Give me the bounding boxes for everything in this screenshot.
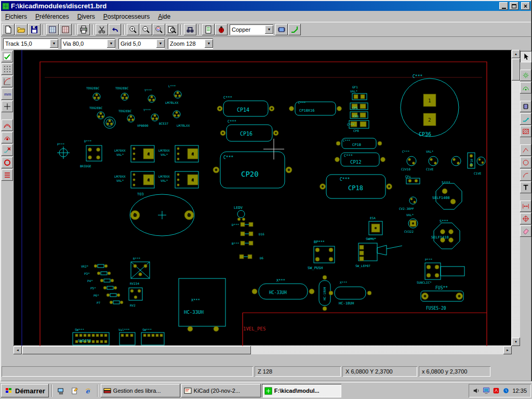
add-track-button[interactable] bbox=[520, 113, 531, 125]
library-button[interactable] bbox=[59, 24, 72, 35]
module-mode-button[interactable] bbox=[275, 24, 288, 35]
delete-item-button[interactable] bbox=[520, 225, 531, 237]
print-button[interactable] bbox=[77, 24, 90, 35]
polar-coords-button[interactable] bbox=[2, 76, 13, 87]
pcb-label: 4 bbox=[191, 152, 194, 157]
taskbar-task-pcbnew[interactable]: F:\kicad\modul... bbox=[262, 384, 341, 397]
grid-size-select[interactable]: Grid 5,0 ▼ bbox=[118, 38, 165, 49]
menu-aide[interactable]: Aide bbox=[154, 11, 175, 22]
zoom-out-button[interactable] bbox=[140, 24, 152, 35]
track-mode-button[interactable] bbox=[288, 24, 301, 35]
open-board-button[interactable] bbox=[15, 24, 28, 35]
taskbar-clock: 12:35 bbox=[512, 388, 527, 394]
redraw-button[interactable] bbox=[153, 24, 165, 35]
display-settings-icon[interactable] bbox=[483, 387, 490, 394]
add-zone-button[interactable] bbox=[520, 126, 531, 137]
menu-fichiers[interactable]: Fichiers bbox=[1, 11, 31, 22]
component-small-resistors[interactable] bbox=[94, 264, 123, 304]
scroll-left-arrow[interactable]: ◄ bbox=[14, 346, 22, 354]
board-outline[interactable] bbox=[40, 62, 487, 346]
start-button[interactable]: Démarrer bbox=[1, 384, 49, 397]
component-sw-push[interactable] bbox=[314, 246, 335, 263]
new-board-button[interactable] bbox=[2, 24, 15, 35]
vertical-scroll-thumb[interactable] bbox=[512, 59, 520, 81]
highlight-net-button[interactable] bbox=[520, 70, 531, 81]
close-button[interactable]: × bbox=[521, 2, 530, 10]
scroll-up-arrow[interactable]: ▲ bbox=[512, 50, 520, 58]
track-display-button[interactable] bbox=[2, 169, 13, 181]
quicklaunch-ie-button[interactable]: e bbox=[82, 384, 95, 397]
pointer-tool-button[interactable] bbox=[520, 51, 531, 62]
sheet-settings-button[interactable] bbox=[46, 24, 59, 35]
component-led[interactable] bbox=[237, 210, 245, 221]
add-arc-button[interactable] bbox=[520, 169, 531, 181]
drc-toggle-button[interactable] bbox=[2, 51, 13, 62]
taskbar-task-libraries[interactable]: Gestion des libra... bbox=[101, 384, 180, 397]
zoom-fit-button[interactable] bbox=[166, 24, 178, 35]
netlist-button[interactable] bbox=[202, 24, 215, 35]
pcb-label: B*** bbox=[232, 242, 240, 245]
quicklaunch-wordpad-button[interactable] bbox=[69, 384, 81, 397]
chevron-down-icon[interactable]: ▼ bbox=[50, 39, 58, 48]
layer-select[interactable]: Copper ▼ bbox=[230, 24, 273, 35]
add-dimension-button[interactable] bbox=[520, 201, 531, 212]
via-size-select[interactable]: Via 80,0 ▼ bbox=[61, 38, 115, 49]
titlebar[interactable]: F:\kicad\modules\discret1.brd × bbox=[1, 1, 531, 11]
component-rv234[interactable] bbox=[131, 262, 150, 278]
pcb-label: CPS bbox=[352, 106, 358, 110]
pcb-label: R*** bbox=[133, 257, 141, 260]
chevron-down-icon[interactable]: ▼ bbox=[156, 39, 165, 48]
menu-preferences[interactable]: Préférences bbox=[31, 11, 73, 22]
track-autodelete-button[interactable] bbox=[2, 144, 13, 156]
antivirus-icon[interactable] bbox=[493, 387, 500, 394]
component-cp36[interactable] bbox=[401, 78, 459, 137]
horizontal-scroll-thumb[interactable] bbox=[22, 346, 251, 354]
horizontal-scrollbar[interactable]: ◄ ► bbox=[14, 346, 512, 354]
scroll-right-arrow[interactable]: ► bbox=[503, 346, 512, 354]
menu-postprocesseurs[interactable]: Postprocesseurs bbox=[99, 11, 154, 22]
add-line-button[interactable] bbox=[520, 144, 531, 156]
pcb-canvas[interactable]: TO92EBCTO92EBCY***L***LM78LXXTO92EBCTO92… bbox=[14, 50, 512, 346]
chevron-down-icon[interactable]: ▼ bbox=[107, 39, 115, 48]
component-rv2[interactable] bbox=[129, 288, 142, 300]
component-cp10x16[interactable] bbox=[289, 102, 342, 115]
save-board-button[interactable] bbox=[28, 24, 41, 35]
chevron-down-icon[interactable]: ▼ bbox=[205, 39, 213, 48]
minimize-button[interactable] bbox=[499, 2, 508, 10]
component-diodes[interactable] bbox=[240, 222, 253, 259]
component-esa[interactable] bbox=[369, 221, 382, 235]
undo-button[interactable] bbox=[109, 24, 121, 35]
add-module-button[interactable] bbox=[520, 101, 531, 112]
taskbar-task-kicad[interactable]: KiCad (20-nov-2... bbox=[181, 384, 261, 397]
ratsnest-toggle-button[interactable] bbox=[2, 119, 13, 131]
module-ratsnest-button[interactable] bbox=[2, 132, 13, 143]
local-ratsnest-button[interactable] bbox=[520, 82, 531, 94]
track-width-select[interactable]: Track 15,0 ▼ bbox=[3, 38, 58, 49]
units-toggle-button[interactable]: mm bbox=[2, 88, 13, 100]
scroll-down-arrow[interactable]: ▼ bbox=[512, 338, 520, 346]
component-toggle-switch[interactable] bbox=[358, 243, 402, 261]
component-bridge[interactable] bbox=[86, 145, 102, 161]
add-circle-button[interactable] bbox=[520, 157, 531, 168]
cursor-shape-button[interactable] bbox=[2, 101, 13, 112]
volume-icon[interactable] bbox=[473, 387, 480, 394]
zoom-in-button[interactable] bbox=[127, 24, 139, 35]
menu-divers[interactable]: Divers bbox=[73, 11, 99, 22]
zoom-select[interactable]: Zoom 128 ▼ bbox=[168, 38, 213, 49]
scheduler-icon[interactable] bbox=[502, 387, 510, 394]
chevron-down-icon[interactable]: ▼ bbox=[265, 25, 273, 34]
cut-button[interactable] bbox=[96, 24, 108, 35]
zones-toggle-button[interactable] bbox=[2, 157, 13, 168]
component-to3[interactable] bbox=[130, 194, 194, 236]
vertical-scrollbar[interactable]: ▲ ▼ bbox=[512, 50, 520, 346]
grid-toggle-button[interactable] bbox=[2, 63, 13, 75]
find-button[interactable] bbox=[184, 24, 196, 35]
add-text-button[interactable] bbox=[520, 182, 531, 193]
maximize-button[interactable] bbox=[510, 2, 518, 10]
pcb-label: RV234 bbox=[130, 282, 139, 285]
menubar: Fichiers Préférences Divers Postprocesse… bbox=[1, 11, 531, 22]
add-target-button[interactable] bbox=[520, 213, 531, 224]
component-mount-hole[interactable] bbox=[57, 147, 70, 159]
quicklaunch-desktop-button[interactable] bbox=[55, 384, 68, 397]
drc-button[interactable] bbox=[215, 24, 228, 35]
